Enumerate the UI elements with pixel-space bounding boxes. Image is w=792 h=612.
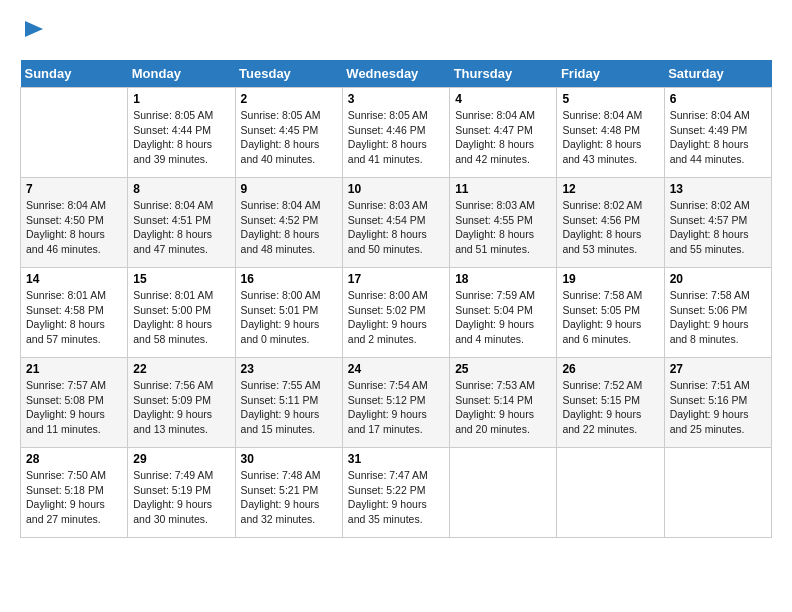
day-info: Sunrise: 8:04 AM Sunset: 4:48 PM Dayligh… [562,108,658,167]
day-info: Sunrise: 7:50 AM Sunset: 5:18 PM Dayligh… [26,468,122,527]
day-info: Sunrise: 7:52 AM Sunset: 5:15 PM Dayligh… [562,378,658,437]
calendar-cell: 13Sunrise: 8:02 AM Sunset: 4:57 PM Dayli… [664,178,771,268]
day-info: Sunrise: 7:58 AM Sunset: 5:06 PM Dayligh… [670,288,766,347]
calendar-cell: 1Sunrise: 8:05 AM Sunset: 4:44 PM Daylig… [128,88,235,178]
day-number: 18 [455,272,551,286]
calendar-cell [21,88,128,178]
day-number: 22 [133,362,229,376]
day-info: Sunrise: 8:04 AM Sunset: 4:50 PM Dayligh… [26,198,122,257]
calendar-cell: 19Sunrise: 7:58 AM Sunset: 5:05 PM Dayli… [557,268,664,358]
day-info: Sunrise: 8:04 AM Sunset: 4:47 PM Dayligh… [455,108,551,167]
day-info: Sunrise: 8:00 AM Sunset: 5:01 PM Dayligh… [241,288,337,347]
day-number: 14 [26,272,122,286]
day-info: Sunrise: 8:04 AM Sunset: 4:52 PM Dayligh… [241,198,337,257]
calendar-body: 1Sunrise: 8:05 AM Sunset: 4:44 PM Daylig… [21,88,772,538]
day-info: Sunrise: 7:51 AM Sunset: 5:16 PM Dayligh… [670,378,766,437]
calendar-cell [664,448,771,538]
day-info: Sunrise: 8:02 AM Sunset: 4:57 PM Dayligh… [670,198,766,257]
day-info: Sunrise: 7:56 AM Sunset: 5:09 PM Dayligh… [133,378,229,437]
calendar-cell: 3Sunrise: 8:05 AM Sunset: 4:46 PM Daylig… [342,88,449,178]
day-info: Sunrise: 8:01 AM Sunset: 5:00 PM Dayligh… [133,288,229,347]
day-info: Sunrise: 7:48 AM Sunset: 5:21 PM Dayligh… [241,468,337,527]
calendar-cell [450,448,557,538]
day-of-week-header: Wednesday [342,60,449,88]
calendar-cell: 11Sunrise: 8:03 AM Sunset: 4:55 PM Dayli… [450,178,557,268]
day-number: 2 [241,92,337,106]
calendar-cell: 12Sunrise: 8:02 AM Sunset: 4:56 PM Dayli… [557,178,664,268]
day-number: 27 [670,362,766,376]
day-info: Sunrise: 7:47 AM Sunset: 5:22 PM Dayligh… [348,468,444,527]
calendar-cell: 4Sunrise: 8:04 AM Sunset: 4:47 PM Daylig… [450,88,557,178]
logo-arrow-icon [23,18,45,40]
day-info: Sunrise: 7:53 AM Sunset: 5:14 PM Dayligh… [455,378,551,437]
calendar-cell: 28Sunrise: 7:50 AM Sunset: 5:18 PM Dayli… [21,448,128,538]
calendar-week-row: 7Sunrise: 8:04 AM Sunset: 4:50 PM Daylig… [21,178,772,268]
calendar-cell: 5Sunrise: 8:04 AM Sunset: 4:48 PM Daylig… [557,88,664,178]
day-number: 1 [133,92,229,106]
day-info: Sunrise: 7:57 AM Sunset: 5:08 PM Dayligh… [26,378,122,437]
day-number: 10 [348,182,444,196]
day-info: Sunrise: 7:59 AM Sunset: 5:04 PM Dayligh… [455,288,551,347]
logo [20,20,45,44]
header-row: SundayMondayTuesdayWednesdayThursdayFrid… [21,60,772,88]
day-info: Sunrise: 8:04 AM Sunset: 4:51 PM Dayligh… [133,198,229,257]
day-info: Sunrise: 7:54 AM Sunset: 5:12 PM Dayligh… [348,378,444,437]
day-info: Sunrise: 8:05 AM Sunset: 4:45 PM Dayligh… [241,108,337,167]
calendar-cell: 8Sunrise: 8:04 AM Sunset: 4:51 PM Daylig… [128,178,235,268]
day-number: 3 [348,92,444,106]
calendar-cell: 23Sunrise: 7:55 AM Sunset: 5:11 PM Dayli… [235,358,342,448]
day-info: Sunrise: 8:03 AM Sunset: 4:55 PM Dayligh… [455,198,551,257]
page-header [20,20,772,44]
calendar-cell: 21Sunrise: 7:57 AM Sunset: 5:08 PM Dayli… [21,358,128,448]
day-of-week-header: Thursday [450,60,557,88]
calendar-week-row: 21Sunrise: 7:57 AM Sunset: 5:08 PM Dayli… [21,358,772,448]
day-of-week-header: Saturday [664,60,771,88]
day-number: 31 [348,452,444,466]
calendar-cell: 10Sunrise: 8:03 AM Sunset: 4:54 PM Dayli… [342,178,449,268]
calendar-cell: 2Sunrise: 8:05 AM Sunset: 4:45 PM Daylig… [235,88,342,178]
day-number: 11 [455,182,551,196]
calendar-cell: 6Sunrise: 8:04 AM Sunset: 4:49 PM Daylig… [664,88,771,178]
day-number: 9 [241,182,337,196]
calendar-cell: 20Sunrise: 7:58 AM Sunset: 5:06 PM Dayli… [664,268,771,358]
day-info: Sunrise: 8:03 AM Sunset: 4:54 PM Dayligh… [348,198,444,257]
calendar-cell: 17Sunrise: 8:00 AM Sunset: 5:02 PM Dayli… [342,268,449,358]
day-of-week-header: Sunday [21,60,128,88]
calendar-cell: 25Sunrise: 7:53 AM Sunset: 5:14 PM Dayli… [450,358,557,448]
calendar-cell: 9Sunrise: 8:04 AM Sunset: 4:52 PM Daylig… [235,178,342,268]
day-number: 16 [241,272,337,286]
calendar-cell: 27Sunrise: 7:51 AM Sunset: 5:16 PM Dayli… [664,358,771,448]
day-number: 24 [348,362,444,376]
calendar-cell: 24Sunrise: 7:54 AM Sunset: 5:12 PM Dayli… [342,358,449,448]
day-number: 20 [670,272,766,286]
calendar-week-row: 1Sunrise: 8:05 AM Sunset: 4:44 PM Daylig… [21,88,772,178]
calendar-header: SundayMondayTuesdayWednesdayThursdayFrid… [21,60,772,88]
day-of-week-header: Tuesday [235,60,342,88]
calendar-cell: 7Sunrise: 8:04 AM Sunset: 4:50 PM Daylig… [21,178,128,268]
day-number: 8 [133,182,229,196]
day-number: 4 [455,92,551,106]
calendar-cell: 22Sunrise: 7:56 AM Sunset: 5:09 PM Dayli… [128,358,235,448]
day-info: Sunrise: 7:58 AM Sunset: 5:05 PM Dayligh… [562,288,658,347]
day-number: 15 [133,272,229,286]
day-info: Sunrise: 8:00 AM Sunset: 5:02 PM Dayligh… [348,288,444,347]
day-number: 17 [348,272,444,286]
day-info: Sunrise: 8:02 AM Sunset: 4:56 PM Dayligh… [562,198,658,257]
day-number: 12 [562,182,658,196]
day-info: Sunrise: 8:01 AM Sunset: 4:58 PM Dayligh… [26,288,122,347]
day-number: 26 [562,362,658,376]
day-of-week-header: Friday [557,60,664,88]
day-number: 23 [241,362,337,376]
calendar-week-row: 14Sunrise: 8:01 AM Sunset: 4:58 PM Dayli… [21,268,772,358]
day-number: 29 [133,452,229,466]
day-number: 28 [26,452,122,466]
svg-marker-0 [25,21,43,37]
day-info: Sunrise: 7:55 AM Sunset: 5:11 PM Dayligh… [241,378,337,437]
day-number: 21 [26,362,122,376]
day-number: 19 [562,272,658,286]
day-number: 13 [670,182,766,196]
calendar-table: SundayMondayTuesdayWednesdayThursdayFrid… [20,60,772,538]
day-of-week-header: Monday [128,60,235,88]
calendar-cell: 31Sunrise: 7:47 AM Sunset: 5:22 PM Dayli… [342,448,449,538]
day-info: Sunrise: 7:49 AM Sunset: 5:19 PM Dayligh… [133,468,229,527]
